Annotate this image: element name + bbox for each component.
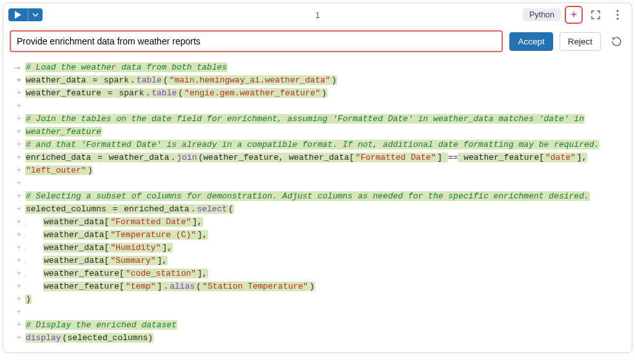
code-line: weather_data = spark.table("main.hemingw… xyxy=(25,74,627,87)
gutter-line: + xyxy=(6,203,23,216)
gutter-line: + xyxy=(6,100,23,113)
code-line: weather_feature["temp"].alias("Station T… xyxy=(25,280,627,293)
code-line: # Join the tables on the date field for … xyxy=(25,113,627,126)
gutter-line: + xyxy=(6,126,23,139)
reject-button[interactable]: Reject xyxy=(560,32,601,51)
play-icon xyxy=(15,11,21,19)
toolbar-right: Python xyxy=(523,6,627,24)
sparkle-icon xyxy=(569,9,579,21)
code-line: weather_data["Summary"], xyxy=(25,254,627,267)
chevron-down-icon xyxy=(32,13,39,17)
run-dropdown-button[interactable] xyxy=(28,8,43,21)
expand-button[interactable] xyxy=(587,6,605,24)
code-line: weather_feature xyxy=(25,126,627,139)
cell-toolbar: 1 Python xyxy=(3,3,632,26)
code-line: # Load the weather data from both tables xyxy=(25,61,627,74)
expand-icon xyxy=(591,10,601,20)
gutter-line: + xyxy=(6,139,23,151)
code-line: selected_columns = enriched_data.select( xyxy=(25,203,627,216)
gutter-line: + xyxy=(6,267,23,280)
gutter-line: + xyxy=(6,254,23,267)
gutter-line: + xyxy=(6,332,23,345)
prompt-input-wrap xyxy=(10,30,503,52)
gutter-line: + xyxy=(6,177,23,190)
gutter-line: + xyxy=(6,190,23,203)
gutter: → ++++++++++++++++++++++ xyxy=(6,61,23,345)
code-line: weather_data["Humidity"], xyxy=(25,242,627,254)
code-line: ) xyxy=(25,293,627,306)
assistant-button[interactable] xyxy=(565,6,583,24)
code-editor[interactable]: → ++++++++++++++++++++++ # Load the weat… xyxy=(3,59,632,352)
prompt-row: Accept Reject xyxy=(3,26,632,59)
code-line: weather_feature["code_station"], xyxy=(25,267,627,280)
gutter-line: + xyxy=(6,242,23,254)
code-line: weather_feature = spark.table("engie.gem… xyxy=(25,87,627,100)
language-pill[interactable]: Python xyxy=(523,8,561,21)
svg-point-1 xyxy=(616,10,618,12)
code-line: display(selected_columns) xyxy=(25,332,627,345)
code-line: weather_data["Temperature (C)"], xyxy=(25,229,627,242)
gutter-line: + xyxy=(6,280,23,293)
kebab-icon xyxy=(616,10,619,20)
code-line: enriched_data = weather_data.join(weathe… xyxy=(25,151,627,164)
more-button[interactable] xyxy=(609,6,627,24)
gutter-line: + xyxy=(6,164,23,177)
gutter-line: + xyxy=(6,319,23,332)
code-line: # Display the enriched dataset xyxy=(25,319,627,332)
accept-button[interactable]: Accept xyxy=(509,32,552,51)
code-line xyxy=(25,306,627,319)
refresh-icon xyxy=(611,36,622,47)
code-body[interactable]: # Load the weather data from both tables… xyxy=(23,61,627,345)
svg-point-3 xyxy=(616,17,618,19)
code-line: weather_data["Formatted Date"], xyxy=(25,216,627,229)
code-line xyxy=(25,177,627,190)
svg-point-2 xyxy=(616,14,618,15)
gutter-line: + xyxy=(6,151,23,164)
gutter-line: + xyxy=(6,216,23,229)
code-line xyxy=(25,100,627,113)
cell-index: 1 xyxy=(315,10,320,20)
notebook-cell: 1 Python Acc xyxy=(3,3,632,353)
code-line: # Selecting a subset of columns for demo… xyxy=(25,190,627,203)
prompt-input[interactable] xyxy=(11,32,502,51)
code-line: "left_outer") xyxy=(25,164,627,177)
gutter-line: + xyxy=(6,306,23,319)
gutter-line: + xyxy=(6,87,23,100)
code-line: # and that 'Formatted Date' is already i… xyxy=(25,139,627,151)
run-button[interactable] xyxy=(8,8,28,21)
run-button-group xyxy=(8,8,43,21)
gutter-line: + xyxy=(6,113,23,126)
regenerate-button[interactable] xyxy=(607,32,625,50)
gutter-line: + xyxy=(6,293,23,306)
gutter-line: + xyxy=(6,229,23,242)
gutter-line: → + xyxy=(6,61,23,74)
gutter-line: + xyxy=(6,74,23,87)
svg-marker-0 xyxy=(15,11,21,19)
